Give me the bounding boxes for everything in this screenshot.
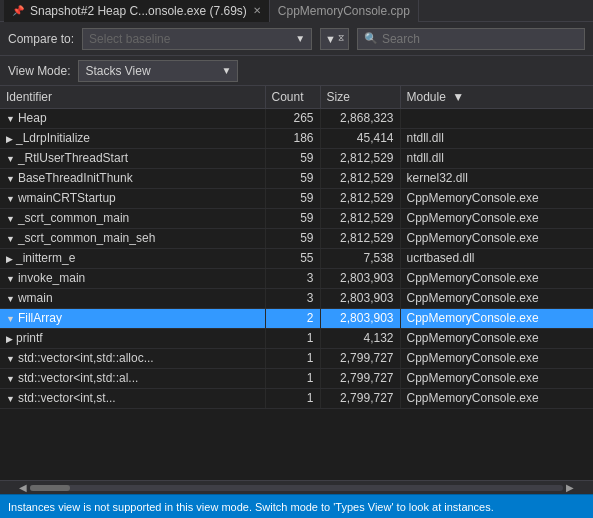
cell-identifier: ▼ _scrt_common_main_seh	[0, 228, 265, 248]
status-text: Instances view is not supported in this …	[8, 501, 494, 513]
cell-identifier: ▶ _LdrpInitialize	[0, 128, 265, 148]
cell-size: 2,868,323	[320, 108, 400, 128]
scrollbar-track[interactable]	[30, 485, 563, 491]
viewmode-selected: Stacks View	[85, 64, 217, 78]
cell-module: ntdll.dll	[400, 128, 593, 148]
status-bar: Instances view is not supported in this …	[0, 494, 593, 518]
expand-open-icon: ▼	[6, 114, 15, 124]
scroll-right-arrow[interactable]: ▶	[563, 482, 577, 493]
cell-size: 7,538	[320, 248, 400, 268]
cell-identifier: ▼ FillArray	[0, 308, 265, 328]
cell-module: CppMemoryConsole.exe	[400, 188, 593, 208]
scrollbar-thumb	[30, 485, 70, 491]
expand-open-icon: ▼	[6, 314, 15, 324]
title-bar: 📌 Snapshot#2 Heap C...onsole.exe (7.69s)…	[0, 0, 593, 22]
cell-module: ucrtbased.dll	[400, 248, 593, 268]
search-input[interactable]	[382, 32, 578, 46]
table-row[interactable]: ▶ printf14,132CppMemoryConsole.exe	[0, 328, 593, 348]
data-table: Identifier Count Size Module ▼ ▼ Heap265…	[0, 86, 593, 409]
cell-count: 3	[265, 268, 320, 288]
cell-size: 2,803,903	[320, 268, 400, 288]
table-row[interactable]: ▼ _scrt_common_main_seh592,812,529CppMem…	[0, 228, 593, 248]
cell-identifier: ▼ Heap	[0, 108, 265, 128]
cell-count: 59	[265, 228, 320, 248]
cell-identifier: ▶ _initterm_e	[0, 248, 265, 268]
cell-module: CppMemoryConsole.exe	[400, 328, 593, 348]
cell-size: 2,799,727	[320, 388, 400, 408]
cell-identifier: ▶ printf	[0, 328, 265, 348]
cell-module: kernel32.dll	[400, 168, 593, 188]
baseline-dropdown-arrow: ▼	[295, 33, 305, 44]
expand-open-icon: ▼	[6, 174, 15, 184]
cell-size: 4,132	[320, 328, 400, 348]
table-row[interactable]: ▼ std::vector<int,st...12,799,727CppMemo…	[0, 388, 593, 408]
cell-size: 45,414	[320, 128, 400, 148]
expand-open-icon: ▼	[6, 214, 15, 224]
tab-heap[interactable]: 📌 Snapshot#2 Heap C...onsole.exe (7.69s)…	[4, 0, 270, 22]
cell-module: CppMemoryConsole.exe	[400, 388, 593, 408]
cell-identifier: ▼ std::vector<int,std::alloc...	[0, 348, 265, 368]
table-row[interactable]: ▼ _scrt_common_main592,812,529CppMemoryC…	[0, 208, 593, 228]
filter-button[interactable]: ▼ ⧖	[320, 28, 349, 50]
cell-count: 59	[265, 168, 320, 188]
cell-identifier: ▼ std::vector<int,std::al...	[0, 368, 265, 388]
expand-closed-icon: ▶	[6, 254, 13, 264]
viewmode-dropdown[interactable]: Stacks View ▼	[78, 60, 238, 82]
cell-identifier: ▼ std::vector<int,st...	[0, 388, 265, 408]
col-header-module[interactable]: Module ▼	[400, 86, 593, 108]
table-row[interactable]: ▼ std::vector<int,std::alloc...12,799,72…	[0, 348, 593, 368]
cell-size: 2,812,529	[320, 208, 400, 228]
cell-count: 186	[265, 128, 320, 148]
table-row[interactable]: ▶ _initterm_e557,538ucrtbased.dll	[0, 248, 593, 268]
compare-label: Compare to:	[8, 32, 74, 46]
expand-open-icon: ▼	[6, 274, 15, 284]
cell-count: 59	[265, 188, 320, 208]
cell-count: 1	[265, 388, 320, 408]
cell-size: 2,803,903	[320, 308, 400, 328]
cell-count: 265	[265, 108, 320, 128]
expand-closed-icon: ▶	[6, 134, 13, 144]
compare-toolbar: Compare to: Select baseline ▼ ▼ ⧖ 🔍	[0, 22, 593, 56]
cell-count: 3	[265, 288, 320, 308]
expand-open-icon: ▼	[6, 294, 15, 304]
search-box[interactable]: 🔍	[357, 28, 585, 50]
cell-identifier: ▼ wmainCRTStartup	[0, 188, 265, 208]
expand-closed-icon: ▶	[6, 334, 13, 344]
cell-size: 2,799,727	[320, 348, 400, 368]
cell-module: CppMemoryConsole.exe	[400, 288, 593, 308]
cell-count: 1	[265, 328, 320, 348]
cell-module: CppMemoryConsole.exe	[400, 308, 593, 328]
scrollbar-horizontal[interactable]: ◀ ▶	[0, 480, 593, 494]
table-row[interactable]: ▼ invoke_main32,803,903CppMemoryConsole.…	[0, 268, 593, 288]
table-row[interactable]: ▶ _LdrpInitialize18645,414ntdll.dll	[0, 128, 593, 148]
filter-icon: ▼	[325, 33, 336, 45]
table-header: Identifier Count Size Module ▼	[0, 86, 593, 108]
tab-cpp[interactable]: CppMemoryConsole.cpp	[270, 0, 419, 22]
table-row[interactable]: ▼ wmainCRTStartup592,812,529CppMemoryCon…	[0, 188, 593, 208]
table-row[interactable]: ▼ FillArray22,803,903CppMemoryConsole.ex…	[0, 308, 593, 328]
table-row[interactable]: ▼ BaseThreadInitThunk592,812,529kernel32…	[0, 168, 593, 188]
expand-open-icon: ▼	[6, 194, 15, 204]
cell-identifier: ▼ wmain	[0, 288, 265, 308]
data-table-wrapper[interactable]: Identifier Count Size Module ▼ ▼ Heap265…	[0, 86, 593, 480]
filter-icon2: ⧖	[338, 33, 344, 44]
expand-open-icon: ▼	[6, 234, 15, 244]
cell-module: ntdll.dll	[400, 148, 593, 168]
cell-module: CppMemoryConsole.exe	[400, 348, 593, 368]
table-row[interactable]: ▼ std::vector<int,std::al...12,799,727Cp…	[0, 368, 593, 388]
cell-count: 1	[265, 368, 320, 388]
cell-identifier: ▼ BaseThreadInitThunk	[0, 168, 265, 188]
tab-cpp-label: CppMemoryConsole.cpp	[278, 4, 410, 18]
table-row[interactable]: ▼ wmain32,803,903CppMemoryConsole.exe	[0, 288, 593, 308]
tab-close-icon[interactable]: ✕	[253, 5, 261, 16]
cell-module: CppMemoryConsole.exe	[400, 208, 593, 228]
table-row[interactable]: ▼ Heap2652,868,323	[0, 108, 593, 128]
scroll-left-arrow[interactable]: ◀	[16, 482, 30, 493]
cell-size: 2,812,529	[320, 148, 400, 168]
cell-size: 2,812,529	[320, 168, 400, 188]
cell-count: 2	[265, 308, 320, 328]
table-row[interactable]: ▼ _RtlUserThreadStart592,812,529ntdll.dl…	[0, 148, 593, 168]
cell-count: 59	[265, 208, 320, 228]
baseline-dropdown[interactable]: Select baseline ▼	[82, 28, 312, 50]
cell-count: 55	[265, 248, 320, 268]
